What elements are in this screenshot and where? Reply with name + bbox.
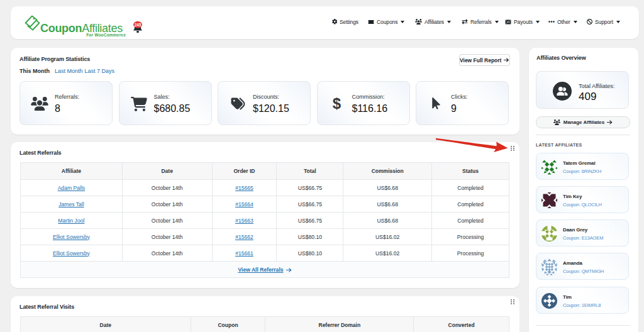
svg-text:245: 245 (135, 23, 142, 27)
